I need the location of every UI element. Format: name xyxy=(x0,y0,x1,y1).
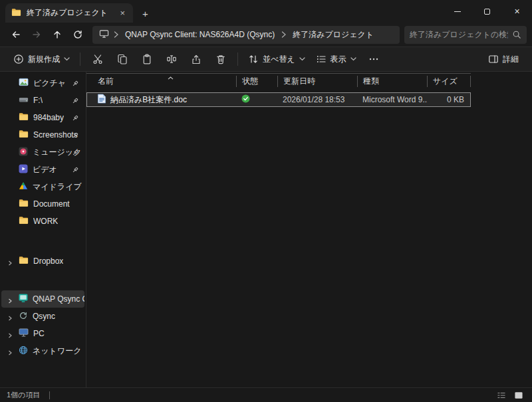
folder-icon xyxy=(11,8,21,19)
sidebar-item-label: Screenshots xyxy=(33,130,78,140)
chevron-right-icon[interactable] xyxy=(7,348,13,357)
window-controls: × xyxy=(442,0,532,23)
video-icon xyxy=(19,164,28,175)
close-icon: × xyxy=(514,7,519,16)
cut-button[interactable] xyxy=(85,49,110,69)
explorer-window: 終了済みプロジェクト × + × QNAP Qsync Client: xyxy=(0,0,532,402)
back-button[interactable] xyxy=(5,25,26,45)
sidebar-item-drive-f[interactable]: F:\ xyxy=(1,92,84,109)
qnap-icon xyxy=(19,294,28,304)
paste-button[interactable] xyxy=(134,49,159,69)
more-button[interactable] xyxy=(362,49,386,69)
search-input[interactable] xyxy=(410,30,508,39)
view-icon xyxy=(316,54,327,64)
sidebar-item-qsync[interactable]: Qsync xyxy=(1,308,84,325)
sidebar-item-music[interactable]: ミュージック xyxy=(1,144,84,161)
new-tab-button[interactable]: + xyxy=(142,9,148,19)
sidebar-item-pictures[interactable]: ピクチャ xyxy=(1,74,84,92)
file-modified: 2026/01/28 18:53 xyxy=(278,95,358,104)
monitor-icon[interactable] xyxy=(99,29,109,41)
sidebar-item-network[interactable]: ネットワーク xyxy=(1,342,84,359)
chevron-right-icon[interactable] xyxy=(7,296,13,306)
large-icons-view-icon xyxy=(514,391,523,399)
folder-icon xyxy=(19,130,29,140)
sidebar-item-work[interactable]: WORK xyxy=(1,213,84,230)
maximize-button[interactable] xyxy=(472,0,502,23)
word-doc-icon xyxy=(97,94,106,106)
chevron-right-icon[interactable] xyxy=(7,331,13,340)
delete-button[interactable] xyxy=(208,49,233,69)
sidebar-item-label: F:\ xyxy=(33,96,43,105)
sidebar-item-my-drive[interactable]: マイドライブ xyxy=(1,178,84,195)
chevron-right-icon xyxy=(281,31,286,38)
pin-icon xyxy=(72,114,78,124)
details-view-icon xyxy=(497,391,506,399)
copy-icon xyxy=(117,54,128,64)
up-button[interactable] xyxy=(47,25,67,45)
column-header-name[interactable]: 名前 xyxy=(86,76,237,87)
column-header-status[interactable]: 状態 xyxy=(237,76,278,87)
share-button[interactable] xyxy=(184,49,208,69)
sidebar-item-document[interactable]: Document xyxy=(1,195,84,213)
copy-button[interactable] xyxy=(110,49,134,69)
sort-icon xyxy=(248,54,259,64)
music-icon xyxy=(19,147,28,158)
status-bar-view-toggles xyxy=(495,389,525,401)
column-header-type[interactable]: 種類 xyxy=(358,76,428,87)
close-button[interactable]: × xyxy=(502,0,532,23)
gdrive-icon xyxy=(19,181,28,192)
details-view-button[interactable] xyxy=(495,389,508,401)
sidebar-item-label: WORK xyxy=(33,217,58,226)
breadcrumb-current-folder[interactable]: 終了済みプロジェクト xyxy=(291,28,376,42)
sidebar-item-qnap-qsync-client[interactable]: QNAP Qsync Cli xyxy=(1,290,84,308)
chevron-right-icon[interactable] xyxy=(7,258,13,268)
breadcrumb-qsync[interactable]: QNAP Qsync Client: NAS626A4D (Qsync) xyxy=(123,29,277,41)
sort-ascending-icon xyxy=(168,72,174,82)
ellipsis-icon xyxy=(368,54,379,64)
rename-button[interactable] xyxy=(159,49,184,69)
column-header-size[interactable]: サイズ xyxy=(428,76,471,87)
sidebar-item-label: ビデオ xyxy=(33,164,57,175)
item-count: 1個の項目 xyxy=(7,390,40,400)
folder-icon xyxy=(19,256,29,266)
maximize-icon xyxy=(484,9,490,15)
file-row[interactable]: 納品済みB社案件.doc 2026/01/28 18:53 Microsoft … xyxy=(86,92,471,107)
sidebar-item-984baby[interactable]: 984baby xyxy=(1,109,84,126)
chevron-right-icon[interactable] xyxy=(7,314,13,323)
new-button-label: 新規作成 xyxy=(28,54,60,65)
sidebar-item-label: Document xyxy=(33,199,70,209)
forward-button[interactable] xyxy=(26,25,47,45)
scissors-icon xyxy=(92,54,103,64)
arrow-up-icon xyxy=(52,29,63,40)
explorer-tab[interactable]: 終了済みプロジェクト × xyxy=(5,3,133,23)
pin-icon xyxy=(72,132,78,141)
sidebar-item-dropbox[interactable]: Dropbox xyxy=(1,252,84,270)
sidebar-item-label: ネットワーク xyxy=(33,346,81,357)
view-button-label: 表示 xyxy=(331,54,346,65)
column-header-modified[interactable]: 更新日時 xyxy=(278,76,358,87)
details-button-label: 詳細 xyxy=(503,54,519,65)
pin-icon xyxy=(72,80,78,89)
sidebar-item-screenshots[interactable]: Screenshots xyxy=(1,126,84,144)
sidebar-item-label: ピクチャ xyxy=(33,78,66,89)
qsync-icon xyxy=(19,311,28,322)
tab-close-button[interactable]: × xyxy=(118,8,127,18)
sidebar-item-pc[interactable]: PC xyxy=(1,325,84,342)
details-button[interactable]: 詳細 xyxy=(483,50,524,68)
new-button[interactable]: 新規作成 xyxy=(8,50,75,68)
pictures-icon xyxy=(19,78,29,88)
pin-icon xyxy=(72,166,78,175)
breadcrumb[interactable]: QNAP Qsync Client: NAS626A4D (Qsync) 終了済… xyxy=(92,26,400,44)
sort-button[interactable]: 並べ替え xyxy=(243,50,311,68)
view-button[interactable]: 表示 xyxy=(311,50,362,68)
sidebar-item-label: QNAP Qsync Cli xyxy=(33,294,84,304)
large-icons-view-button[interactable] xyxy=(512,389,525,401)
file-name: 納品済みB社案件.doc xyxy=(110,94,187,106)
navigation-pane: ピクチャ F:\ 984baby Screenshots ミュージック xyxy=(0,72,86,387)
sidebar-item-videos[interactable]: ビデオ xyxy=(1,161,84,178)
refresh-button[interactable] xyxy=(67,25,88,45)
drive-icon xyxy=(19,96,29,106)
minimize-button[interactable] xyxy=(442,0,472,23)
folder-icon xyxy=(19,199,29,209)
search-icon xyxy=(512,30,521,39)
